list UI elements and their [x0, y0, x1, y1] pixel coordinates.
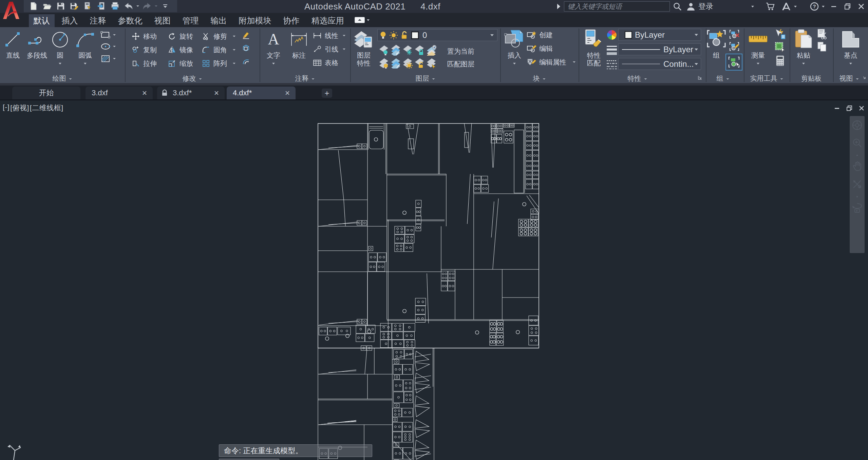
search-icon [673, 2, 682, 11]
file-tab-4dxf[interactable]: 4.dxf*✕ [227, 87, 296, 99]
svg-text:?: ? [813, 3, 816, 9]
nav-orbit-button[interactable] [851, 178, 863, 191]
cad-drawing [0, 100, 868, 460]
properties-dialog-launcher[interactable] [698, 75, 702, 81]
redo-caret [155, 5, 157, 7]
panel-utilities-label[interactable]: 实用工具 [750, 74, 783, 83]
search-button[interactable] [673, 2, 682, 11]
ribbon-tab-5[interactable]: 管理 [178, 14, 204, 27]
window-close-button[interactable] [856, 1, 866, 12]
nav-separator [856, 196, 858, 197]
autodesk-apps-button[interactable] [781, 2, 791, 11]
base-point-button-caret [849, 63, 852, 64]
signin-button[interactable]: 登录 [686, 1, 713, 12]
nav-pan-button[interactable] [851, 161, 863, 174]
ribbon-toggle-icon [355, 17, 365, 23]
qat-undo-button[interactable] [123, 1, 134, 11]
qat-customize-button[interactable] [159, 1, 171, 11]
nav-zoom-button[interactable] [851, 137, 863, 150]
qat-saveas-button[interactable] [69, 1, 80, 11]
panel-draw-label[interactable]: 绘图 [53, 74, 72, 83]
ribbon-display-toggle[interactable] [355, 13, 365, 27]
search-go-button[interactable] [556, 3, 561, 10]
window-minimize-button[interactable] [829, 1, 839, 12]
panel-group-caret [727, 78, 729, 80]
panel-clipboard-label[interactable]: 剪贴板 [801, 74, 822, 83]
ribbon-tab-6[interactable]: 输出 [206, 14, 232, 27]
view-dialog-launcher[interactable] [862, 75, 867, 81]
nav-showmotion-button[interactable] [851, 202, 863, 215]
ucs-icon [5, 442, 25, 460]
autocad-logo-icon [3, 1, 20, 19]
window-restore-button[interactable] [843, 1, 853, 12]
help-caret [822, 6, 825, 7]
panel-group-label[interactable]: 组 [717, 74, 729, 83]
panel-annotate-label[interactable]: 注释 [295, 74, 315, 83]
qat-new-button[interactable] [28, 1, 39, 11]
panel-layers-label[interactable]: 图层 [416, 74, 435, 83]
qat-export-button[interactable] [96, 1, 107, 11]
qat-open-button[interactable] [41, 1, 53, 11]
save-icon [56, 2, 65, 11]
help-icon: ? [810, 2, 819, 11]
panel-view-label[interactable]: 视图 [839, 74, 859, 83]
search-go-icon [556, 3, 561, 10]
nav-separator [856, 155, 858, 156]
save-as-icon [70, 2, 79, 11]
viewport-minimize-icon[interactable] [833, 104, 841, 113]
help-button[interactable]: ? [810, 2, 819, 11]
drawing-viewport[interactable]: [-][俯视][二维线框] 命令: 正在重生成模型。 [0, 100, 868, 460]
viewport-window-controls [833, 104, 865, 113]
viewport-style-menu[interactable]: [二维线框] [30, 103, 63, 113]
panel-draw-caret [69, 78, 72, 80]
ribbon-tab-2[interactable]: 注释 [85, 14, 111, 27]
tab-close-icon[interactable]: ✕ [212, 89, 221, 97]
ribbon-tab-0[interactable]: 默认 [29, 14, 55, 27]
viewport-view-menu[interactable]: [俯视] [10, 103, 29, 113]
panel-block-caret [543, 78, 546, 80]
qat-redo-button[interactable] [141, 1, 153, 11]
panel-properties-label[interactable]: 特性 [628, 74, 647, 83]
app-store-cart-icon [766, 2, 775, 11]
tab-lock-icon [161, 89, 168, 97]
search-input[interactable] [564, 1, 670, 12]
qat-print-button[interactable] [109, 1, 121, 11]
minimize-icon [830, 2, 838, 11]
app-store-button[interactable] [766, 2, 775, 11]
command-line[interactable]: 命令: 正在重生成模型。 [219, 444, 372, 457]
ribbon-toggle-caret [367, 19, 370, 21]
qat-plot-button[interactable] [82, 1, 94, 11]
panel-properties-caret [644, 78, 647, 80]
ribbon-tab-8[interactable]: 协作 [279, 14, 304, 27]
ribbon-tab-4[interactable]: 视图 [150, 14, 175, 27]
open-icon [43, 2, 52, 11]
ribbon-tab-9[interactable]: 精选应用 [307, 14, 349, 27]
nav-fullwheel-button[interactable] [851, 119, 863, 132]
file-tab-3dxf[interactable]: 3.dxf✕ [86, 87, 153, 99]
nav-wheel-icon [851, 119, 863, 131]
panel-modify-label[interactable]: 修改 [183, 74, 202, 83]
viewport-close-icon[interactable] [858, 104, 865, 113]
print-icon [111, 2, 119, 11]
qat-save-button[interactable] [55, 1, 67, 11]
panel-modify-caret [199, 78, 202, 80]
tab-close-icon[interactable]: ✕ [140, 89, 149, 97]
close-icon [857, 2, 866, 11]
new-tab-button[interactable]: + [322, 89, 332, 98]
file-tab-start[interactable]: 开始 [12, 87, 80, 99]
panel-block-label[interactable]: 块 [533, 74, 546, 83]
ribbon-tab-1[interactable]: 插入 [57, 14, 83, 27]
command-line-history [219, 459, 279, 460]
ribbon-tab-7[interactable]: 附加模块 [234, 14, 276, 27]
file-tab-3dxf-locked[interactable]: 3.dxf*✕ [157, 87, 225, 99]
base-point-button[interactable]: 基点 [839, 28, 862, 69]
document-title: 4.dxf [420, 1, 440, 12]
tab-close-icon[interactable]: ✕ [283, 89, 291, 97]
viewport-controls-menu[interactable]: [-] [3, 103, 10, 113]
viewport-restore-icon[interactable] [846, 104, 853, 113]
restore-icon [843, 2, 852, 11]
ribbon-tab-3[interactable]: 参数化 [113, 14, 147, 27]
ribbon: 直线 多段线 圆 圆弧 移动 复制 拉伸 旋转 镜像 缩放 修剪 圆角 阵列 A… [0, 27, 868, 85]
redo-icon [142, 2, 152, 11]
app-menu-button[interactable] [3, 1, 19, 18]
